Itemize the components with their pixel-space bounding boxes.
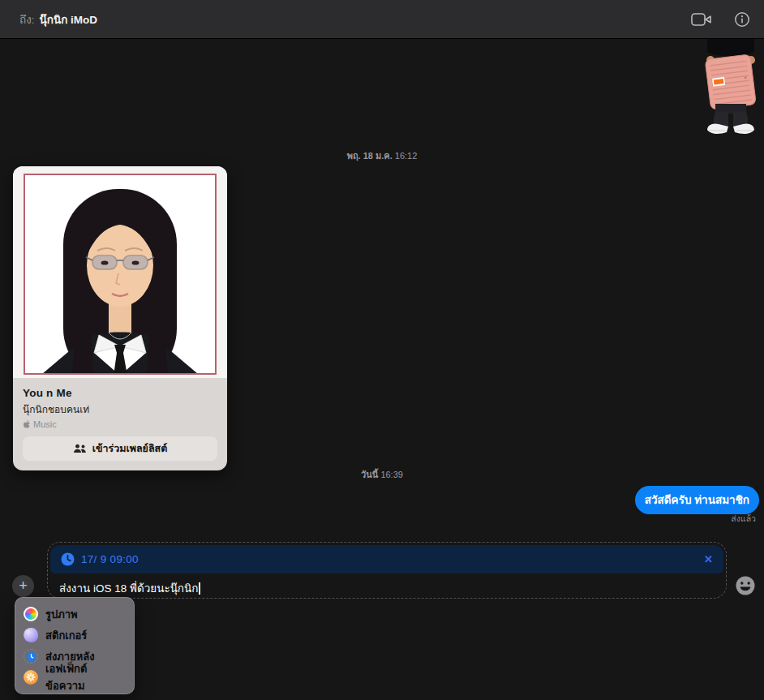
message-input-text: ส่งงาน iOS 18 พี่ด้วยนะนุ๊กนิก — [59, 582, 198, 595]
timestamp-date: พฤ. 18 ม.ค. — [347, 151, 393, 161]
cancel-schedule-button[interactable]: ✕ — [704, 553, 713, 565]
playlist-subtitle: นุ๊กนิกชอบคนเท่ — [23, 402, 217, 417]
messages-window: ถึง: นุ๊กนิก iMoD — [0, 0, 764, 700]
sticker-message[interactable] — [697, 39, 764, 138]
photos-icon — [24, 607, 38, 621]
header-actions — [691, 0, 753, 39]
menu-item-label: สติกเกอร์ — [45, 627, 87, 644]
message-input-container[interactable]: 17/ 9 09:00 ✕ ส่งงาน iOS 18 พี่ด้วยนะนุ๊… — [47, 542, 727, 599]
send-later-clock-icon — [24, 649, 38, 663]
message-input[interactable]: ส่งงาน iOS 18 พี่ด้วยนะนุ๊กนิก — [48, 573, 726, 597]
add-attachment-button[interactable]: + — [12, 575, 34, 597]
clock-icon — [61, 552, 75, 566]
timestamp: พฤ. 18 ม.ค. 16:12 — [0, 148, 764, 163]
menu-item-text-effects[interactable]: เอฟเฟ็กต์ข้อความ — [15, 667, 134, 688]
attachment-menu: รูปภาพ สติกเกอร์ ส่งภายหลัง — [15, 597, 135, 694]
sent-message-text: สวัสดีครับ ท่านสมาชิก — [645, 494, 749, 506]
video-camera-icon — [691, 12, 712, 27]
playlist-title: You n Me — [23, 387, 217, 399]
menu-item-stickers[interactable]: สติกเกอร์ — [15, 625, 134, 646]
info-circle-icon — [734, 11, 750, 28]
sent-message-bubble[interactable]: สวัสดีครับ ท่านสมาชิก — [635, 486, 759, 514]
conversation-header: ถึง: นุ๊กนิก iMoD — [0, 0, 764, 39]
timestamp-time: 16:12 — [395, 151, 418, 161]
recipient-field[interactable]: ถึง: นุ๊กนิก iMoD — [19, 11, 97, 28]
text-cursor — [199, 582, 200, 595]
text-effects-icon — [24, 670, 38, 685]
two-people-icon — [73, 444, 87, 453]
join-playlist-label: เข้าร่วมเพลย์ลิสต์ — [92, 440, 168, 457]
delivery-status: ส่งแล้ว — [731, 512, 756, 526]
scheduled-time-text: 17/ 9 09:00 — [81, 553, 139, 565]
scheduled-send-banner: 17/ 9 09:00 ✕ — [50, 545, 723, 573]
timestamp-time: 16:39 — [380, 470, 403, 479]
timestamp: วันนี้ 16:39 — [0, 467, 764, 482]
stickers-icon — [24, 628, 38, 642]
music-source: Music — [23, 419, 217, 429]
to-label: ถึง: — [19, 11, 35, 28]
playlist-card-info: You n Me นุ๊กนิกชอบคนเท่ Music เข้าร่วมเ… — [13, 378, 227, 470]
menu-item-photos[interactable]: รูปภาพ — [15, 603, 134, 625]
menu-item-label: รูปภาพ — [45, 606, 78, 623]
music-playlist-card[interactable]: You n Me นุ๊กนิกชอบคนเท่ Music เข้าร่วมเ… — [13, 166, 227, 470]
facetime-video-button[interactable] — [691, 11, 712, 28]
music-source-label: Music — [33, 419, 57, 429]
smiley-emoji-icon — [735, 575, 756, 596]
playlist-artwork — [13, 166, 227, 378]
menu-item-label: เอฟเฟ็กต์ข้อความ — [45, 660, 126, 694]
person-with-keyboard-sticker-image — [697, 39, 764, 138]
apple-logo-icon — [23, 419, 32, 429]
info-button[interactable] — [732, 11, 753, 28]
recipient-name: นุ๊กนิก iMoD — [40, 11, 98, 28]
timestamp-date: วันนี้ — [361, 470, 378, 479]
emoji-picker-button[interactable] — [734, 575, 757, 598]
join-playlist-button[interactable]: เข้าร่วมเพลย์ลิสต์ — [23, 436, 217, 461]
